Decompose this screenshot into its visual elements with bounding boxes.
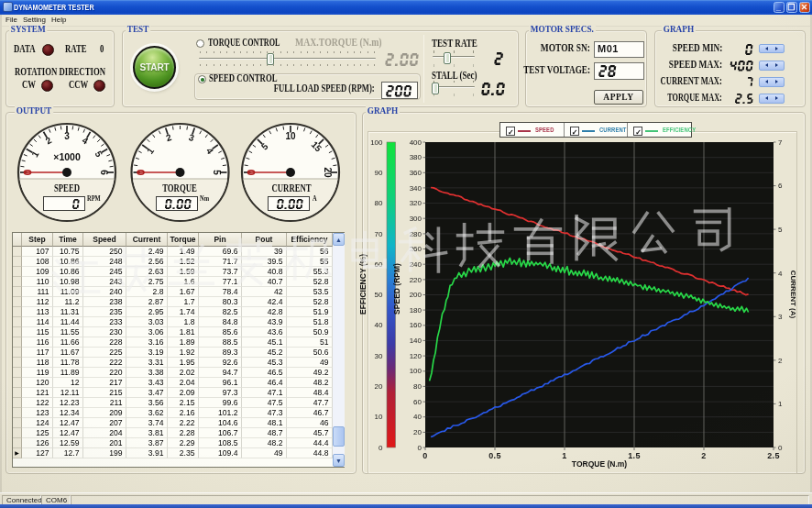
svg-text:50: 50 [375, 291, 383, 299]
svg-text:40: 40 [413, 413, 422, 421]
svg-text:20: 20 [413, 428, 422, 436]
svg-text:0: 0 [418, 444, 422, 452]
svg-text:100: 100 [370, 138, 383, 147]
svg-text:2: 2 [701, 451, 706, 460]
svg-text:6: 6 [778, 182, 783, 190]
svg-text:280: 280 [410, 230, 422, 238]
svg-text:3: 3 [778, 313, 783, 321]
svg-text:0: 0 [379, 444, 383, 452]
svg-text:340: 340 [410, 184, 422, 193]
svg-text:70: 70 [375, 230, 383, 238]
svg-text:30: 30 [375, 352, 383, 360]
svg-text:0.5: 0.5 [488, 451, 500, 460]
svg-text:5: 5 [778, 226, 783, 234]
svg-text:2.5: 2.5 [767, 451, 779, 460]
svg-text:400: 400 [410, 138, 422, 147]
svg-text:1.5: 1.5 [628, 451, 640, 460]
svg-text:1: 1 [562, 451, 566, 460]
svg-text:300: 300 [410, 215, 422, 223]
svg-text:320: 320 [410, 199, 422, 207]
svg-text:20: 20 [375, 382, 383, 391]
svg-text:4: 4 [778, 270, 783, 278]
svg-text:180: 180 [410, 306, 422, 315]
svg-text:240: 240 [410, 260, 422, 269]
svg-text:10: 10 [375, 413, 383, 421]
svg-text:SPEED (RPM): SPEED (RPM) [392, 263, 401, 315]
svg-text:220: 220 [410, 276, 422, 284]
svg-text:80: 80 [413, 382, 422, 391]
svg-text:260: 260 [410, 245, 422, 253]
svg-text:120: 120 [410, 352, 422, 360]
svg-text:160: 160 [410, 321, 422, 329]
svg-text:2: 2 [778, 357, 783, 365]
svg-text:360: 360 [410, 169, 422, 177]
svg-text:80: 80 [375, 199, 383, 207]
svg-text:0: 0 [778, 444, 783, 452]
svg-text:140: 140 [410, 337, 422, 345]
svg-text:60: 60 [375, 260, 383, 269]
svg-text:CURRENT (A): CURRENT (A) [789, 271, 797, 319]
svg-text:380: 380 [410, 153, 422, 161]
svg-text:90: 90 [375, 169, 383, 177]
svg-text:EFFICIENCY (%): EFFICIENCY (%) [358, 254, 368, 315]
svg-text:0: 0 [422, 451, 427, 460]
svg-text:40: 40 [375, 321, 383, 329]
svg-text:TORQUE (N.m): TORQUE (N.m) [572, 459, 627, 469]
svg-text:7: 7 [778, 138, 783, 147]
svg-text:1: 1 [778, 400, 783, 408]
svg-text:60: 60 [413, 398, 422, 406]
svg-text:100: 100 [410, 367, 422, 375]
svg-text:200: 200 [410, 291, 422, 299]
